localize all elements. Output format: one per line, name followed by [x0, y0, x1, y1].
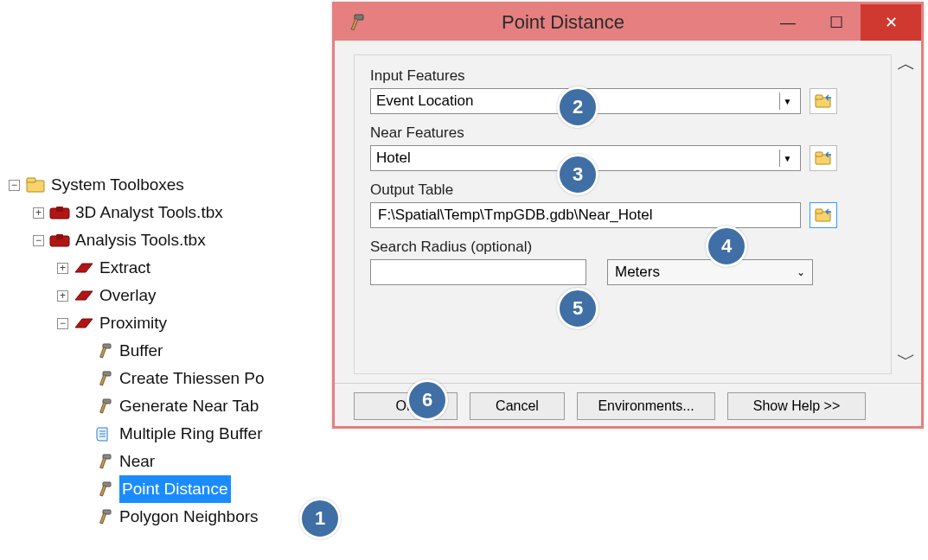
svg-marker-8	[75, 319, 93, 328]
expand-toggle[interactable]: −	[57, 318, 68, 329]
browse-input-features-button[interactable]	[810, 88, 837, 114]
dialog-body: Input Features Event Location ▼ Near Fea…	[335, 41, 921, 383]
svg-rect-16	[100, 458, 106, 468]
svg-rect-1	[27, 178, 35, 182]
tree-label: Generate Near Tab	[119, 392, 259, 420]
callout-6: 6	[406, 379, 448, 421]
callout-4: 4	[706, 226, 747, 267]
near-features-value: Hotel	[376, 150, 411, 167]
svg-marker-7	[75, 291, 93, 300]
hammer-icon	[93, 453, 114, 470]
hammer-icon	[340, 14, 371, 31]
maximize-button[interactable]: ☐	[812, 4, 861, 41]
expand-toggle[interactable]: +	[57, 290, 68, 302]
input-features-value: Event Location	[376, 92, 473, 110]
tree-row-thiessen[interactable]: Create Thiessen Po	[9, 365, 265, 392]
unit-select[interactable]: Meters ⌄	[607, 259, 813, 285]
tree-label: Proximity	[99, 309, 167, 337]
svg-rect-5	[56, 234, 63, 239]
browse-near-features-button[interactable]	[810, 145, 837, 171]
search-radius-input[interactable]	[370, 259, 586, 285]
browse-output-table-button[interactable]	[810, 202, 837, 228]
chevron-down-icon: ⌄	[797, 266, 805, 278]
tree-row-overlay[interactable]: + Overlay	[9, 282, 265, 309]
svg-rect-22	[351, 19, 358, 30]
hammer-icon	[93, 508, 114, 525]
minimize-button[interactable]: —	[764, 4, 812, 41]
chevron-down-icon[interactable]: ▼	[779, 150, 795, 167]
dialog-scrollbar[interactable]: ︿ ﹀	[897, 51, 916, 372]
expand-toggle[interactable]: −	[33, 235, 44, 246]
toolbox-icon	[49, 232, 70, 249]
toolbox-icon	[49, 204, 70, 221]
dialog-titlebar[interactable]: Point Distance — ☐ ✕	[335, 4, 921, 41]
point-distance-dialog: Point Distance — ☐ ✕ Input Features Even…	[332, 2, 924, 429]
environments-button[interactable]: Environments...	[577, 392, 715, 420]
tree-row-extract[interactable]: + Extract	[9, 254, 265, 282]
callout-5: 5	[557, 288, 598, 329]
close-button[interactable]: ✕	[861, 4, 921, 41]
svg-rect-3	[56, 207, 63, 212]
svg-rect-10	[100, 347, 106, 358]
tree-label: Create Thiessen Po	[119, 365, 265, 392]
hammer-icon	[93, 398, 114, 415]
tree-label: Polygon Neighbors	[119, 503, 259, 531]
toolset-icon	[74, 259, 94, 277]
svg-rect-12	[100, 375, 106, 385]
tree-label: Multiple Ring Buffer	[119, 420, 262, 448]
tree-row-generate-near[interactable]: Generate Near Tab	[9, 392, 265, 420]
input-features-label: Input Features	[370, 67, 875, 85]
callout-1: 1	[299, 498, 341, 539]
tree-label: Analysis Tools.tbx	[75, 226, 206, 254]
tree-label: 3D Analyst Tools.tbx	[75, 199, 223, 226]
tree-row-polygon-neighbors[interactable]: Polygon Neighbors	[9, 503, 265, 531]
chevron-down-icon[interactable]: ▼	[779, 92, 795, 110]
callout-2: 2	[557, 86, 598, 128]
expand-toggle[interactable]: +	[57, 263, 68, 274]
unit-value: Meters	[615, 264, 660, 281]
tree-row-proximity[interactable]: − Proximity	[9, 309, 265, 337]
scroll-down-icon[interactable]: ﹀	[897, 347, 916, 372]
toolset-icon	[74, 315, 94, 332]
cancel-button[interactable]: Cancel	[470, 392, 565, 420]
svg-rect-24	[816, 95, 822, 99]
tree-row-analysis-tools[interactable]: − Analysis Tools.tbx	[9, 226, 265, 254]
script-icon	[93, 425, 114, 442]
tree-label-selected: Point Distance	[119, 475, 231, 503]
hammer-icon	[93, 342, 114, 360]
tree-label: System Toolboxes	[51, 171, 184, 199]
expand-toggle[interactable]: −	[9, 180, 20, 191]
tree-row-system-toolboxes[interactable]: − System Toolboxes	[9, 171, 265, 199]
svg-rect-20	[100, 513, 106, 524]
callout-3: 3	[557, 154, 598, 195]
hammer-icon	[93, 480, 114, 498]
tree-label: Buffer	[119, 337, 163, 365]
toolset-icon	[74, 287, 94, 304]
tree-row-buffer[interactable]: Buffer	[9, 337, 265, 365]
tree-row-point-distance[interactable]: Point Distance	[9, 475, 265, 503]
output-table-label: Output Table	[370, 181, 875, 199]
svg-rect-14	[100, 403, 106, 413]
tree-row-multiple-ring[interactable]: Multiple Ring Buffer	[9, 420, 265, 448]
tree-row-3d-analyst[interactable]: + 3D Analyst Tools.tbx	[9, 199, 265, 226]
expand-toggle[interactable]: +	[33, 207, 44, 219]
tree-label: Overlay	[99, 282, 156, 309]
near-features-label: Near Features	[370, 124, 875, 142]
hammer-icon	[93, 370, 114, 387]
svg-rect-26	[816, 152, 822, 156]
svg-marker-6	[75, 264, 93, 272]
tree-row-near[interactable]: Near	[9, 448, 265, 475]
toolbox-tree: − System Toolboxes + 3D Analyst Tools.tb…	[9, 171, 265, 531]
output-table-input[interactable]	[370, 202, 801, 228]
svg-rect-18	[100, 486, 106, 496]
dialog-title: Point Distance	[371, 11, 764, 34]
tree-label: Extract	[99, 254, 150, 282]
output-table-field[interactable]	[376, 206, 795, 225]
show-help-button[interactable]: Show Help >>	[727, 392, 866, 420]
svg-rect-28	[816, 209, 822, 213]
scroll-up-icon[interactable]: ︿	[897, 51, 916, 77]
search-radius-label: Search Radius (optional)	[370, 239, 875, 256]
folder-icon	[25, 176, 46, 194]
tree-label: Near	[119, 448, 155, 475]
